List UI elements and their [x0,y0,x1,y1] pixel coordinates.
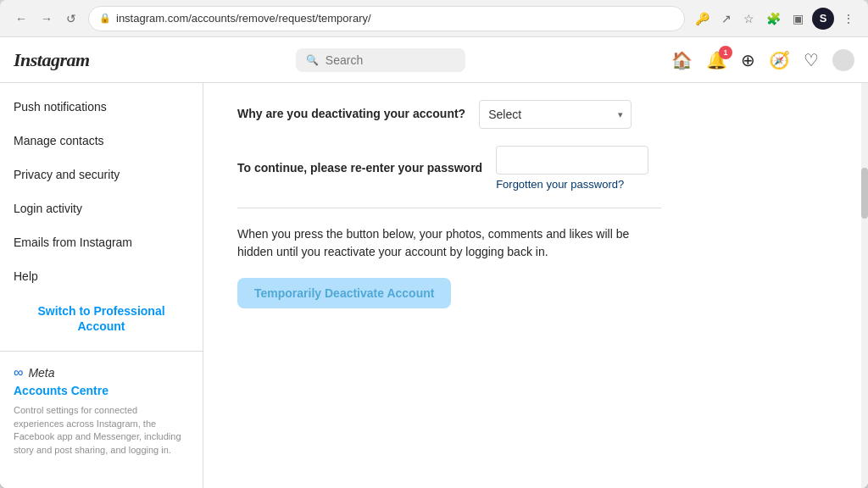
password-label: To continue, please re-enter your passwo… [237,160,482,177]
password-input[interactable] [496,146,648,175]
sidebar-item-label: Login activity [14,202,82,215]
create-post-icon[interactable]: ⊕ [741,50,755,70]
search-bar: 🔍 [296,48,465,72]
sidebar-item-privacy-security[interactable]: Privacy and security [0,158,203,191]
share-button[interactable]: ↗ [718,8,735,29]
likes-icon[interactable]: ♡ [804,50,819,70]
sidebar-item-manage-contacts[interactable]: Manage contacts [0,124,203,158]
meta-wordmark: Meta [28,366,54,380]
form-divider [237,208,661,208]
sidebar-toggle-button[interactable]: ▣ [789,8,807,29]
browser-profile-avatar[interactable]: S [812,8,834,30]
search-input[interactable] [326,53,455,67]
sidebar-item-label: Manage contacts [14,134,104,147]
extension-button[interactable]: 🧩 [763,8,784,29]
sidebar-item-login-activity[interactable]: Login activity [0,191,203,225]
notifications-icon[interactable]: 🔔 1 [706,50,727,70]
key-icon-btn[interactable]: 🔑 [692,8,713,29]
explore-icon[interactable]: 🧭 [769,50,790,70]
reload-button[interactable]: ↺ [61,8,81,29]
ig-profile-avatar[interactable] [832,49,854,71]
switch-professional-link[interactable]: Switch to Professional Account [0,293,203,344]
sidebar: Push notifications Manage contacts Priva… [0,83,203,488]
accounts-centre-link[interactable]: Accounts Centre [14,384,189,397]
more-menu-button[interactable]: ⋮ [839,8,858,29]
sidebar-item-label: Privacy and security [14,168,120,181]
lock-icon: 🔒 [99,13,111,24]
scrollbar-thumb[interactable] [861,168,868,219]
sidebar-item-label: Emails from Instagram [14,236,132,249]
search-icon: 🔍 [306,54,319,66]
info-text: When you press the button below, your ph… [237,225,661,261]
why-select[interactable]: Select Too busy / Too distracting I don'… [479,100,632,129]
password-field-wrapper: Forgotten your password? [496,146,661,191]
forward-icon: → [41,12,53,25]
sidebar-item-label: Help [14,269,38,283]
why-label: Why are you deactivating your account? [237,106,465,123]
url-text: instagram.com/accounts/remove/request/te… [116,12,674,25]
sidebar-item-push-notifications[interactable]: Push notifications [0,90,203,124]
sidebar-item-label: Push notifications [14,100,107,114]
back-icon: ← [15,12,27,25]
accounts-centre-description: Control settings for connected experienc… [14,404,189,457]
back-button[interactable]: ← [10,8,32,29]
notification-badge: 1 [719,46,732,59]
home-icon[interactable]: 🏠 [671,50,693,70]
scrollbar[interactable] [861,83,868,488]
reload-icon: ↺ [66,12,76,25]
meta-symbol-icon: ∞ [14,365,23,380]
bookmark-button[interactable]: ☆ [740,8,758,29]
deactivate-button[interactable]: Temporarily Deactivate Account [237,278,451,308]
meta-logo: ∞ Meta [14,365,189,380]
password-row: To continue, please re-enter your passwo… [237,146,661,191]
why-row: Why are you deactivating your account? S… [237,100,661,129]
why-select-wrapper: Select Too busy / Too distracting I don'… [479,100,661,129]
forward-button[interactable]: → [36,8,58,29]
meta-section: ∞ Meta Accounts Centre Control settings … [0,351,203,470]
nav-icons: 🏠 🔔 1 ⊕ 🧭 ♡ [671,49,854,71]
deactivate-form: Why are you deactivating your account? S… [237,100,661,308]
sidebar-item-help[interactable]: Help [0,259,203,293]
sidebar-item-emails[interactable]: Emails from Instagram [0,225,203,259]
address-bar: 🔒 instagram.com/accounts/remove/request/… [88,6,685,31]
ig-header: Instagram 🔍 🏠 🔔 1 ⊕ 🧭 ♡ [0,37,868,83]
main-content: Why are you deactivating your account? S… [203,83,861,488]
forgot-password-link[interactable]: Forgotten your password? [496,178,661,191]
ig-logo[interactable]: Instagram [14,49,90,71]
